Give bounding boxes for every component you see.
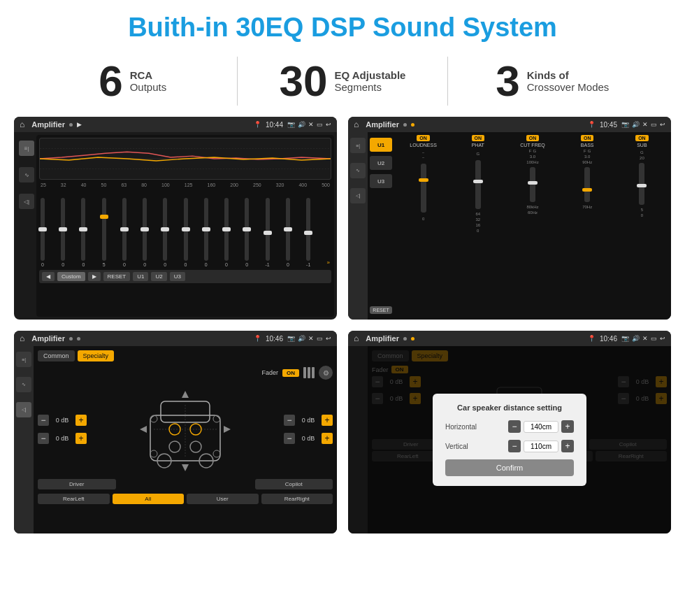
- back-icon-4: ↩: [660, 335, 665, 342]
- eq-custom-btn[interactable]: Custom: [57, 272, 85, 281]
- cs-speaker-icon[interactable]: ◁|: [350, 188, 366, 203]
- fader-left-sliders: − 0 dB + − 0 dB +: [38, 415, 87, 444]
- fader-label: Fader: [261, 369, 278, 376]
- cs-tuner-icon[interactable]: ≡|: [350, 138, 366, 153]
- btn-driver[interactable]: Driver: [38, 479, 116, 489]
- fader-bl-minus[interactable]: −: [38, 433, 49, 444]
- screen-fader: ⌂ Amplifier 📍 10:46 📷 🔊 ✕ ▭ ↩ ≡| ∿ ◁|: [14, 331, 337, 533]
- back-icon: ↩: [326, 121, 331, 128]
- horizontal-value: 140cm: [524, 421, 558, 433]
- mode-u2-btn[interactable]: U2: [370, 156, 392, 170]
- cs-wave-icon[interactable]: ∿: [350, 163, 366, 178]
- window-icon-2: ▭: [651, 121, 657, 128]
- eq-u2-btn[interactable]: U2: [151, 272, 166, 281]
- vertical-minus-btn[interactable]: −: [508, 440, 521, 452]
- page-header: Buith-in 30EQ DSP Sound System 6 RCA Out…: [0, 0, 685, 117]
- screen3-topbar: ⌂ Amplifier 📍 10:46 📷 🔊 ✕ ▭ ↩: [14, 331, 337, 346]
- eq-speaker-icon[interactable]: ◁|: [19, 194, 34, 209]
- btn-rearright[interactable]: RearRight: [261, 494, 333, 504]
- fader-main: Common Specialty Fader ON ⚙: [34, 346, 337, 533]
- btn-all[interactable]: All: [113, 494, 185, 504]
- crossover-content: ≡| ∿ ◁| U1 U2 U3 RESET ON LOUDNESS: [348, 132, 671, 320]
- stat-text-eq-2: Segments: [334, 81, 405, 93]
- fader-bl-plus[interactable]: +: [75, 433, 87, 444]
- stat-number-crossover: 3: [496, 59, 519, 103]
- svg-point-14: [213, 415, 220, 422]
- crossover-channels: ON LOUDNESS ~ ~ 0: [394, 132, 671, 320]
- home-icon-4: ⌂: [354, 334, 359, 343]
- back-icon-3: ↩: [326, 335, 331, 342]
- screen-crossover: ⌂ Amplifier 📍 10:45 📷 🔊 ✕ ▭ ↩ ≡| ∿ ◁|: [348, 117, 671, 320]
- stat-number-eq: 30: [280, 59, 328, 103]
- stat-crossover: 3 Kinds of Crossover Modes: [448, 59, 657, 103]
- fader-tr-minus[interactable]: −: [284, 415, 295, 426]
- close-icon-3: ✕: [308, 335, 314, 342]
- location-icon: 📍: [254, 121, 261, 128]
- svg-point-9: [169, 441, 180, 452]
- screens-grid: ⌂ Amplifier ▶ 📍 10:44 📷 🔊 ✕ ▭ ↩ ≡| ∿ ◁|: [0, 117, 685, 540]
- eq-graph: [39, 138, 331, 180]
- fs-tuner-icon[interactable]: ≡|: [16, 352, 31, 367]
- close-icon-2: ✕: [642, 121, 648, 128]
- horizontal-minus-btn[interactable]: −: [508, 420, 521, 433]
- window-icon-4: ▭: [651, 335, 657, 342]
- vertical-value: 110cm: [524, 440, 558, 452]
- car-diagram: [92, 384, 278, 475]
- eq-wave-icon[interactable]: ∿: [19, 167, 34, 182]
- fader-tr-plus[interactable]: +: [322, 415, 333, 426]
- fader-settings-icon[interactable]: ⚙: [319, 366, 333, 380]
- fader-br-plus[interactable]: +: [322, 433, 333, 444]
- fader-br-minus[interactable]: −: [284, 433, 295, 444]
- tab-common[interactable]: Common: [38, 350, 75, 361]
- stat-text-eq-1: EQ Adjustable: [334, 69, 405, 81]
- vertical-label: Vertical: [445, 443, 484, 450]
- fader-br-val: 0 dB: [298, 435, 319, 442]
- tab-specialty[interactable]: Specialty: [78, 350, 115, 361]
- svg-marker-18: [182, 464, 189, 471]
- svg-marker-19: [140, 426, 147, 433]
- camera-icon: 📷: [287, 121, 295, 128]
- stat-text-rca-2: Outputs: [130, 81, 167, 93]
- fs-wave-icon[interactable]: ∿: [16, 377, 31, 392]
- crossover-sidebar: ≡| ∿ ◁|: [348, 132, 368, 320]
- fader-right-sliders: − 0 dB + − 0 dB +: [284, 415, 333, 444]
- fader-bottom-btns: Driver Copilot RearLeft All User RearRig…: [38, 479, 333, 504]
- stats-row: 6 RCA Outputs 30 EQ Adjustable Segments …: [0, 50, 685, 117]
- eq-tuner-icon[interactable]: ≡|: [19, 141, 34, 156]
- eq-next-btn[interactable]: ▶: [88, 272, 101, 281]
- crossover-reset-btn[interactable]: RESET: [370, 306, 391, 314]
- eq-freq-labels: 25 32 40 50 63 80 100 125 160 200 250 32…: [39, 182, 331, 187]
- mode-u3-btn[interactable]: U3: [370, 174, 392, 188]
- svg-point-13: [150, 415, 157, 422]
- eq-reset-btn[interactable]: RESET: [103, 272, 131, 281]
- svg-point-16: [213, 450, 220, 457]
- page-title: Buith-in 30EQ DSP Sound System: [0, 0, 685, 50]
- horizontal-plus-btn[interactable]: +: [561, 420, 574, 433]
- confirm-button[interactable]: Confirm: [445, 459, 574, 476]
- eq-prev-btn[interactable]: ◀: [42, 272, 55, 281]
- location-icon-4: 📍: [588, 335, 596, 342]
- svg-point-10: [190, 441, 201, 452]
- horizontal-label: Horizontal: [445, 423, 484, 431]
- status-dot: [69, 123, 73, 127]
- btn-copilot[interactable]: Copilot: [255, 479, 333, 489]
- fader-tl-plus[interactable]: +: [75, 415, 87, 426]
- screen2-topbar: ⌂ Amplifier 📍 10:45 📷 🔊 ✕ ▭ ↩: [348, 117, 671, 132]
- fader-content: ≡| ∿ ◁| Common Specialty Fader ON: [14, 346, 337, 533]
- channel-sub: ON SUB G 20 5 0: [616, 135, 668, 317]
- btn-rearleft[interactable]: RearLeft: [38, 494, 110, 504]
- channel-phat: ON PHAT G 64 32 16 0: [452, 135, 504, 317]
- btn-user[interactable]: User: [187, 494, 259, 504]
- fader-body: − 0 dB + − 0 dB +: [38, 384, 333, 475]
- crossover-main: U1 U2 U3 RESET ON LOUDNESS ~: [368, 132, 671, 320]
- fs-speaker-icon[interactable]: ◁|: [16, 402, 31, 417]
- volume-icon-4: 🔊: [632, 335, 640, 342]
- fader-on-badge: ON: [282, 369, 299, 377]
- mode-u1-btn[interactable]: U1: [370, 138, 392, 152]
- fader-tl-minus[interactable]: −: [38, 415, 49, 426]
- eq-sliders: 0 0 0 5 0: [39, 190, 331, 267]
- fader-sidebar: ≡| ∿ ◁|: [14, 346, 34, 533]
- vertical-plus-btn[interactable]: +: [561, 440, 574, 452]
- eq-u3-btn[interactable]: U3: [170, 272, 185, 281]
- eq-u1-btn[interactable]: U1: [133, 272, 148, 281]
